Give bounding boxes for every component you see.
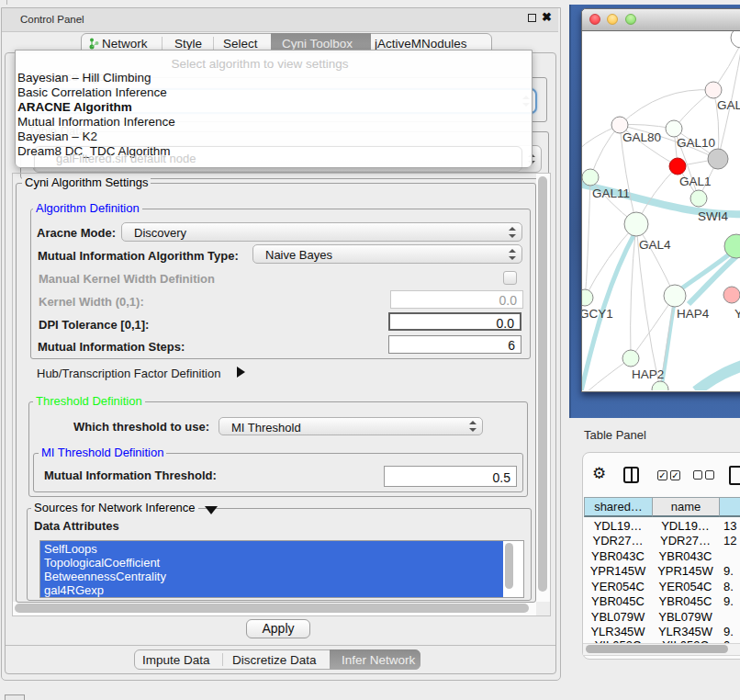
tab-impute-data[interactable]: Impute Data — [142, 653, 210, 667]
node-label-swi4: SWI4 — [698, 209, 728, 223]
mi-steps-label: Mutual Information Steps: — [38, 340, 185, 354]
cyni-algorithm-settings-title: Cyni Algorithm Settings — [22, 176, 151, 189]
minimized-window-grip[interactable] — [5, 694, 25, 700]
network-view-window: GAL GAL80 GAL10 GAL1 GAL11 SWI4 GAL4 GCY… — [581, 8, 740, 392]
mi-steps-field[interactable]: 6 — [388, 335, 521, 354]
popup-item-selected[interactable]: ARACNE Algorithm — [17, 100, 132, 114]
algorithm-definition-title: Algorithm Definition — [33, 202, 142, 215]
popup-item[interactable]: Bayesian – K2 — [17, 130, 97, 143]
node-gcy1 — [582, 289, 593, 306]
minimize-traffic-light[interactable] — [607, 14, 618, 25]
list-item[interactable]: SelfLoops — [44, 542, 97, 556]
control-panel-titlebar[interactable] — [2, 8, 558, 32]
node-hap4 — [664, 285, 686, 307]
node-label-gal10: GAL10 — [677, 136, 715, 150]
popup-item[interactable]: Basic Correlation Inference — [17, 85, 167, 99]
tab-network[interactable]: Network — [102, 37, 148, 51]
mi-algorithm-type-label: Mutual Information Algorithm Type: — [38, 249, 239, 263]
node-label-hap4: HAP4 — [677, 307, 709, 321]
tab-infer-network[interactable]: Infer Network — [330, 649, 420, 670]
node-label-gal80: GAL80 — [622, 130, 661, 144]
node — [731, 31, 740, 48]
screen: GAL GAL80 GAL10 GAL1 GAL11 SWI4 GAL4 GCY… — [0, 0, 740, 700]
dpi-tolerance-label: DPI Tolerance [0,1]: — [39, 318, 149, 332]
mi-threshold-label: Mutual Information Threshold: — [44, 469, 217, 482]
aracne-mode-label: Aracne Mode: — [37, 226, 116, 240]
new-table-icon[interactable] — [729, 466, 740, 485]
table-hscrollbar[interactable] — [583, 643, 740, 656]
bottom-tab-divider — [222, 653, 223, 666]
node-gray — [708, 149, 728, 169]
node-gal11 — [582, 169, 599, 186]
node-label-gal11: GAL11 — [592, 186, 630, 200]
node-label-gal4: GAL4 — [639, 238, 671, 252]
table-header-name[interactable]: name — [652, 497, 719, 517]
hub-expand-arrow-icon[interactable] — [237, 367, 245, 378]
dpi-tolerance-field[interactable]: 0.0 — [388, 312, 521, 331]
list-item[interactable]: gal4RGexp — [44, 583, 104, 597]
network-tab-icon — [89, 37, 99, 49]
table-row[interactable]: YBR045CYBR045C9. — [582, 593, 740, 609]
mi-algorithm-type-combo[interactable]: Naive Bayes — [252, 244, 522, 264]
data-attributes-list[interactable]: SelfLoops TopologicalCoefficient Between… — [39, 540, 524, 598]
list-vscrollbar[interactable] — [505, 543, 513, 589]
float-window-icon[interactable] — [528, 14, 536, 22]
popup-item[interactable]: Mutual Information Inference — [17, 115, 175, 129]
list-item[interactable]: BetweennessCentrality — [44, 570, 166, 583]
table-header-shared-name[interactable]: shared… — [584, 497, 652, 517]
sources-group-title: Sources for Network Inference — [31, 502, 198, 514]
control-panel-title: Control Panel — [20, 14, 84, 25]
node-gal — [705, 82, 722, 98]
tab-divider — [213, 37, 214, 50]
network-window-titlebar[interactable] — [582, 9, 740, 31]
network-canvas[interactable]: GAL GAL80 GAL10 GAL1 GAL11 SWI4 GAL4 GCY… — [582, 31, 740, 390]
popup-placeholder: Select algorithm to view settings — [16, 57, 504, 71]
manual-kernel-width-checkbox[interactable] — [503, 271, 517, 285]
table-row[interactable]: YDL19…YDL19…13 — [582, 518, 740, 534]
node-label-y: Y — [734, 307, 740, 321]
table-row[interactable]: YDR27…YDR27…12 — [582, 533, 740, 548]
tab-style[interactable]: Style — [174, 37, 202, 51]
node-gal10 — [666, 120, 682, 137]
table-row[interactable]: YBL079WYBL079W — [582, 609, 740, 625]
columns-icon[interactable] — [623, 467, 639, 483]
node-hap2 — [622, 350, 639, 367]
which-threshold-label: Which threshold to use: — [73, 420, 209, 434]
table-panel-title: Table Panel — [584, 428, 646, 442]
close-icon[interactable]: ✖ — [542, 10, 555, 25]
close-traffic-light[interactable] — [589, 14, 600, 25]
hub-definition-label[interactable]: Hub/Transcription Factor Definition — [37, 367, 220, 380]
apply-button[interactable]: Apply — [246, 619, 310, 638]
zoom-traffic-light[interactable] — [625, 14, 636, 25]
which-threshold-combo[interactable]: MI Threshold — [219, 417, 483, 435]
node-label-gcy1: GCY1 — [582, 307, 613, 321]
popup-item[interactable]: Bayesian – Hill Climbing — [17, 71, 151, 85]
aracne-mode-combo[interactable]: Discovery — [121, 222, 522, 242]
tab-discretize-data[interactable]: Discretize Data — [232, 653, 317, 667]
ghost-combo2-text: galFiltered.sif default node — [56, 152, 196, 165]
sources-collapse-arrow-icon[interactable] — [205, 506, 218, 514]
threshold-definition-title: Threshold Definition — [33, 395, 145, 408]
settings-hscrollbar[interactable] — [13, 602, 536, 615]
tab-divider — [162, 37, 163, 50]
select-all-checkboxes-icon[interactable]: ✓ ✓ — [657, 470, 681, 481]
tab-select[interactable]: Select — [223, 37, 258, 51]
table-row[interactable]: YER054CYER054C8. — [582, 579, 740, 594]
top-edge-line — [6, 0, 7, 5]
tab-jactivemnodules[interactable]: jActiveMNodules — [375, 37, 467, 51]
deselect-all-checkboxes-icon[interactable] — [693, 470, 717, 481]
table-row[interactable]: YBR043CYBR043C — [582, 548, 740, 564]
table-rows: YDL19…YDL19…13 YDR27…YDR27…12 YBR043CYBR… — [582, 515, 740, 643]
settings-vscrollbar[interactable] — [536, 174, 550, 602]
mi-threshold-field[interactable]: 0.5 — [384, 466, 517, 487]
node-y — [723, 287, 740, 303]
node-swi4 — [690, 190, 707, 207]
gear-icon[interactable]: ⚙ — [592, 464, 612, 484]
table-header-partial[interactable] — [719, 497, 740, 517]
list-item[interactable]: TopologicalCoefficient — [44, 556, 160, 570]
node-label-gal1: GAL1 — [679, 175, 712, 188]
data-attributes-label: Data Attributes — [34, 519, 119, 533]
kernel-width-field[interactable]: 0.0 — [390, 290, 523, 309]
table-row[interactable]: YPR145WYPR145W9. — [582, 563, 740, 579]
mi-threshold-definition-title: MI Threshold Definition — [39, 446, 166, 459]
